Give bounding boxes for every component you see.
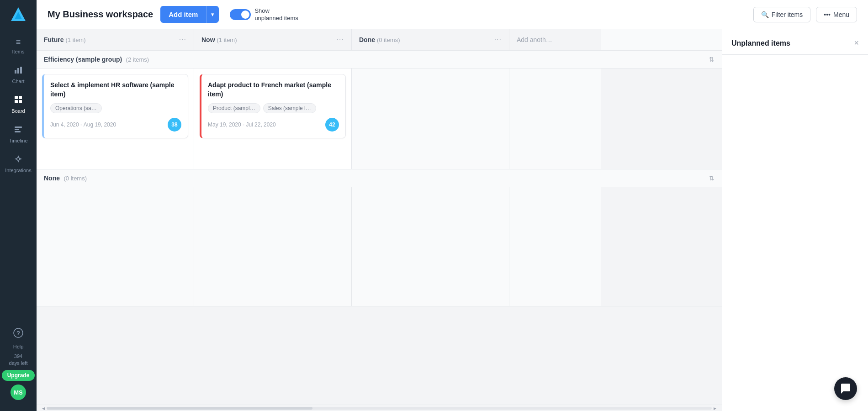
sidebar: ≡ Items Chart Board <box>0 0 37 411</box>
scrollbar-thumb[interactable] <box>47 407 312 410</box>
group-efficiency-body: Select & implement HR software (sample i… <box>37 68 722 169</box>
topbar-right: 🔍 Filter items ••• Menu <box>753 7 857 22</box>
col-header-now: Now (1 item) ··· <box>194 29 352 50</box>
svg-text:?: ? <box>16 330 20 337</box>
group-col-now: Adapt product to French market (sample i… <box>194 68 352 169</box>
items-icon: ≡ <box>16 37 21 47</box>
search-icon: 🔍 <box>761 11 769 18</box>
chat-bubble-button[interactable] <box>834 377 857 400</box>
board-icon <box>14 95 23 106</box>
svg-rect-3 <box>17 68 19 74</box>
sidebar-bottom: ? Help 394 days left Upgrade MS <box>2 328 35 406</box>
sidebar-item-items[interactable]: ≡ Items <box>0 33 37 59</box>
toggle-group: Show unplanned items <box>230 7 298 21</box>
toggle-knob <box>241 11 249 19</box>
toggle-label: Show unplanned items <box>254 7 298 21</box>
svg-rect-2 <box>15 70 16 74</box>
show-unplanned-toggle[interactable] <box>230 9 251 20</box>
unplanned-close-button[interactable]: × <box>854 38 859 48</box>
board-wrapper: Future (1 item) ··· Now (1 item) ··· Don… <box>37 29 868 411</box>
card-footer-now: May 19, 2020 - Jul 22, 2020 42 <box>208 118 339 132</box>
menu-button[interactable]: ••• Menu <box>816 7 857 22</box>
app-logo[interactable] <box>9 5 27 24</box>
svg-rect-6 <box>19 96 22 99</box>
add-item-group: Add item ▾ <box>160 6 219 23</box>
group-col-done-empty <box>352 68 509 169</box>
group-col-future: Select & implement HR software (sample i… <box>37 68 194 169</box>
unplanned-header: Unplanned items × <box>722 29 868 55</box>
svg-point-12 <box>17 158 20 160</box>
scroll-right-arrow[interactable]: ▸ <box>712 405 718 411</box>
add-column-button[interactable]: Add anoth… <box>509 29 601 50</box>
sidebar-item-items-label: Items <box>12 49 25 54</box>
done-col-dots[interactable]: ··· <box>494 36 502 44</box>
group-none-body <box>37 187 722 306</box>
integrations-icon <box>14 154 23 166</box>
sidebar-item-timeline-label: Timeline <box>9 138 27 143</box>
card-french-market[interactable]: Adapt product to French market (sample i… <box>200 74 346 138</box>
future-col-dots[interactable]: ··· <box>179 36 186 44</box>
group-efficiency-header[interactable]: Efficiency (sample group) (2 items) ⇅ <box>37 51 722 68</box>
board-content: Efficiency (sample group) (2 items) ⇅ Se… <box>37 51 722 405</box>
board-header-row: Future (1 item) ··· Now (1 item) ··· Don… <box>37 29 722 51</box>
sidebar-item-timeline[interactable]: Timeline <box>0 120 37 148</box>
col-header-done: Done (0 items) ··· <box>352 29 509 50</box>
none-col-now <box>194 187 352 306</box>
col-header-future: Future (1 item) ··· <box>37 29 194 50</box>
card-avatar-38: 38 <box>168 118 181 132</box>
help-label: Help <box>13 344 24 349</box>
unplanned-title: Unplanned items <box>731 39 790 47</box>
svg-rect-11 <box>15 131 21 132</box>
unplanned-panel: Unplanned items × <box>722 29 868 411</box>
sidebar-nav: ≡ Items Chart Board <box>0 33 37 328</box>
group-none: None (0 items) ⇅ <box>37 169 722 306</box>
group-efficiency-chevron: ⇅ <box>709 56 715 63</box>
card-tags-now: Product (sampl… Sales (sample l… <box>208 103 339 113</box>
group-none-header[interactable]: None (0 items) ⇅ <box>37 169 722 187</box>
scroll-left-arrow[interactable]: ◂ <box>40 405 47 411</box>
topbar: My Business workspace Add item ▾ Show un… <box>37 0 868 29</box>
sidebar-item-integrations[interactable]: Integrations <box>0 150 37 178</box>
svg-rect-5 <box>15 96 18 99</box>
now-col-dots[interactable]: ··· <box>337 36 344 44</box>
sidebar-item-board[interactable]: Board <box>0 90 37 118</box>
sidebar-item-integrations-label: Integrations <box>5 168 31 173</box>
svg-rect-9 <box>15 126 22 128</box>
avatar[interactable]: MS <box>11 385 26 400</box>
add-item-dropdown-button[interactable]: ▾ <box>206 6 219 23</box>
sidebar-item-chart[interactable]: Chart <box>0 61 37 89</box>
group-col-add <box>509 68 601 169</box>
timeline-icon <box>14 125 23 136</box>
svg-rect-8 <box>19 100 22 103</box>
none-col-add <box>509 187 601 306</box>
sidebar-item-board-label: Board <box>11 108 25 114</box>
chart-icon <box>14 65 23 77</box>
group-none-chevron: ⇅ <box>709 174 715 182</box>
scrollbar-track[interactable] <box>47 407 712 410</box>
chevron-down-icon: ▾ <box>211 11 214 18</box>
card-footer: Jun 4, 2020 - Aug 19, 2020 38 <box>50 118 181 132</box>
add-item-button[interactable]: Add item <box>160 6 206 23</box>
card-avatar-42: 42 <box>325 118 339 132</box>
none-col-future <box>37 187 194 306</box>
unplanned-body <box>722 55 868 411</box>
upgrade-button[interactable]: Upgrade <box>2 370 35 381</box>
help-button[interactable]: ? <box>13 328 23 340</box>
workspace-title: My Business workspace <box>48 9 153 20</box>
none-col-done <box>352 187 509 306</box>
card-hr-software[interactable]: Select & implement HR software (sample i… <box>42 74 188 138</box>
filter-items-button[interactable]: 🔍 Filter items <box>753 7 810 22</box>
horizontal-scrollbar[interactable]: ◂ ▸ <box>37 405 722 411</box>
svg-rect-4 <box>20 67 22 74</box>
card-tags: Operations (sa… <box>50 103 181 113</box>
days-left-text: 394 days left <box>9 353 28 366</box>
dots-icon: ••• <box>824 11 831 18</box>
board-main: Future (1 item) ··· Now (1 item) ··· Don… <box>37 29 722 411</box>
svg-rect-10 <box>15 129 19 130</box>
group-efficiency: Efficiency (sample group) (2 items) ⇅ Se… <box>37 51 722 169</box>
svg-rect-7 <box>15 100 18 103</box>
main-area: My Business workspace Add item ▾ Show un… <box>37 0 868 411</box>
sidebar-item-chart-label: Chart <box>12 79 25 84</box>
